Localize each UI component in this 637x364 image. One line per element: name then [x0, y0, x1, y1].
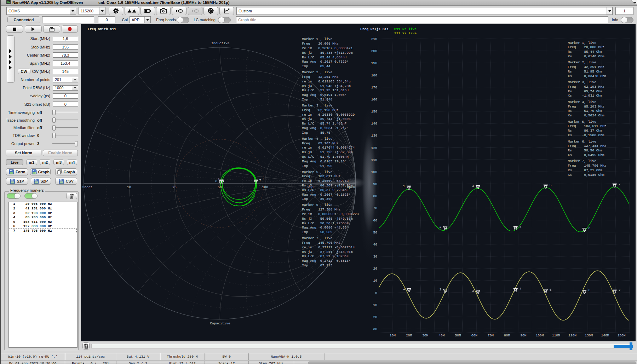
svg-text:7: 7 [619, 288, 621, 292]
svg-text:2: 2 [440, 288, 442, 291]
svg-text:5: 5 [550, 183, 552, 187]
svg-text:4: 4 [520, 287, 522, 291]
svg-text:6: 6 [589, 226, 591, 230]
svg-text:130: 130 [371, 134, 377, 138]
svg-text:1: 1 [218, 177, 220, 181]
svg-text:25: 25 [172, 185, 177, 189]
svg-text:70M: 70M [488, 334, 494, 337]
svg-text:80M: 80M [504, 334, 510, 337]
svg-text:-30: -30 [371, 327, 377, 331]
svg-text:100M: 100M [536, 334, 544, 337]
svg-text:S11 Rs live: S11 Rs live [394, 27, 417, 31]
svg-text:50: 50 [373, 231, 378, 235]
svg-text:Freq Smith S11: Freq Smith S11 [88, 27, 116, 31]
svg-text:Inductive: Inductive [211, 41, 230, 45]
svg-text:120: 120 [371, 146, 377, 150]
svg-text:150M: 150M [618, 334, 626, 337]
svg-text:190: 190 [371, 61, 377, 65]
svg-text:200: 200 [371, 49, 377, 53]
svg-text:40: 40 [373, 243, 378, 247]
svg-text:1: 1 [403, 287, 405, 291]
svg-text:160: 160 [371, 98, 377, 102]
svg-text:10: 10 [373, 279, 378, 283]
svg-text:40M: 40M [438, 334, 444, 337]
svg-text:30M: 30M [422, 334, 428, 337]
svg-text:7: 7 [619, 182, 621, 186]
svg-text:1: 1 [403, 184, 405, 188]
svg-text:5: 5 [550, 288, 552, 292]
svg-text:130M: 130M [585, 334, 593, 337]
svg-text:150: 150 [371, 110, 377, 114]
svg-text:Freq Rs+jX S11: Freq Rs+jX S11 [360, 27, 389, 31]
svg-text:70: 70 [373, 206, 378, 210]
svg-text:110: 110 [371, 158, 377, 162]
svg-text:-10: -10 [371, 303, 377, 307]
svg-text:60M: 60M [471, 334, 477, 337]
svg-text:210: 210 [371, 37, 377, 41]
svg-text:110M: 110M [552, 334, 560, 337]
svg-text:6: 6 [589, 288, 591, 292]
svg-text:180: 180 [371, 74, 377, 77]
svg-text:7: 7 [259, 179, 261, 183]
svg-text:90: 90 [373, 182, 378, 186]
svg-text:3: 3 [472, 184, 474, 188]
svg-text:3: 3 [472, 289, 474, 293]
svg-text:Capacitive: Capacitive [210, 322, 230, 325]
svg-text:170: 170 [371, 86, 377, 89]
svg-text:10M: 10M [390, 334, 396, 337]
svg-text:4: 4 [520, 225, 522, 229]
svg-text:10: 10 [127, 185, 131, 189]
svg-text:-20: -20 [371, 315, 377, 319]
svg-text:140M: 140M [601, 334, 609, 337]
svg-text:90M: 90M [520, 334, 526, 337]
svg-text:20: 20 [373, 267, 378, 271]
svg-text:Short: Short [82, 185, 93, 189]
svg-text:50M: 50M [455, 334, 461, 337]
svg-text:50: 50 [218, 185, 222, 189]
svg-text:120M: 120M [568, 334, 576, 337]
svg-text:140: 140 [371, 122, 377, 126]
svg-text:30: 30 [373, 255, 378, 259]
svg-text:S11 Xs live: S11 Xs live [394, 31, 417, 35]
svg-text:100: 100 [262, 185, 268, 189]
svg-text:80: 80 [373, 194, 378, 198]
svg-text:60: 60 [373, 219, 378, 223]
svg-text:100: 100 [371, 170, 377, 174]
svg-text:6: 6 [215, 179, 217, 183]
svg-text:20M: 20M [406, 334, 412, 337]
svg-text:2: 2 [440, 225, 442, 229]
svg-text:0: 0 [375, 291, 377, 295]
